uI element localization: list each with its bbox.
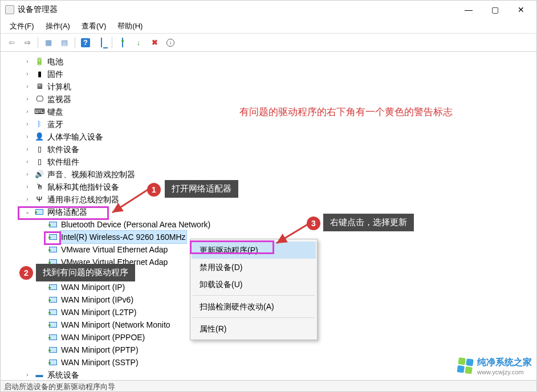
network-adapter-icon [48, 232, 58, 242]
tree-node-sound[interactable]: ›🔊声音、视频和游戏控制器 [1, 168, 536, 181]
update-circle-icon: ↓ [166, 39, 174, 47]
status-bar: 启动所选设备的更新驱动程序向导 [1, 380, 536, 391]
remove-icon: ✖ [152, 38, 158, 47]
software-icon: ▯ [35, 145, 44, 154]
chevron-right-icon: › [23, 195, 31, 203]
properties-button[interactable]: ▤ [57, 35, 72, 50]
tree-node-software-devices[interactable]: ›▯软件设备 [1, 143, 536, 156]
arrow-right-icon: ⇨ [25, 38, 31, 47]
network-icon [35, 207, 44, 217]
chevron-right-icon: › [23, 108, 31, 116]
tree-node-mouse[interactable]: ›🖱鼠标和其他指针设备 [1, 181, 536, 193]
help-icon: ? [81, 38, 90, 47]
monitor-icon: 🖵 [35, 95, 44, 104]
status-text: 启动所选设备的更新驱动程序向导 [4, 382, 115, 391]
network-adapter-icon [48, 320, 58, 329]
tree-node-bluetooth[interactable]: ›ᛒ蓝牙 [1, 118, 536, 130]
tree-node-usb[interactable]: ›Ψ通用串行总线控制器 [1, 193, 536, 206]
title-bar: 设备管理器 — ▢ ✕ [1, 1, 536, 19]
tree-node-hid[interactable]: ›👤人体学输入设备 [1, 130, 536, 143]
tree-node-monitor[interactable]: ›🖵监视器 [1, 93, 536, 105]
ctx-properties[interactable]: 属性(R) [192, 320, 316, 337]
menu-view[interactable]: 查看(V) [76, 19, 112, 33]
nav-forward-button[interactable]: ⇨ [20, 35, 35, 50]
network-adapter-icon [48, 258, 58, 267]
minimize-button[interactable]: — [455, 1, 482, 18]
chevron-right-icon: › [23, 58, 31, 66]
show-tree-button[interactable]: ▦ [41, 35, 56, 50]
tree-node-software-components[interactable]: ›▯软件组件 [1, 156, 536, 168]
chevron-right-icon: › [23, 70, 31, 78]
chevron-right-icon: › [23, 95, 31, 103]
chevron-right-icon: › [23, 371, 31, 379]
usb-icon: Ψ [35, 195, 44, 204]
network-adapter-icon [48, 220, 58, 229]
device-tree[interactable]: ›🔋电池 ›▮固件 ›🖥计算机 ›🖵监视器 ›⌨键盘 ›ᛒ蓝牙 ›👤人体学输入设… [1, 52, 536, 385]
menu-file[interactable]: 文件(F) [4, 19, 40, 33]
chevron-right-icon: › [23, 183, 31, 191]
network-adapter-icon [48, 345, 58, 354]
scan-button[interactable] [94, 35, 109, 50]
chevron-right-icon: › [23, 133, 31, 141]
annotation-arrow-3 [274, 223, 314, 246]
chip-icon: ▮ [35, 70, 44, 79]
remove-button[interactable]: ✖ [147, 35, 162, 50]
context-menu: 更新驱动程序(P) 禁用设备(D) 卸载设备(U) 扫描检测硬件改动(A) 属性… [190, 239, 318, 340]
monitor-icon [122, 38, 123, 47]
network-adapter-icon [48, 308, 58, 317]
close-button[interactable]: ✕ [508, 1, 534, 18]
menu-help[interactable]: 帮助(H) [112, 19, 148, 33]
ctx-uninstall-device[interactable]: 卸载设备(U) [192, 276, 316, 293]
chevron-right-icon: › [23, 170, 31, 178]
chevron-right-icon: › [23, 158, 31, 166]
ctx-scan-hardware[interactable]: 扫描检测硬件改动(A) [192, 298, 316, 315]
tree-node-keyboard[interactable]: ›⌨键盘 [1, 105, 536, 118]
toolbar: ⇦ ⇨ ▦ ▤ ? ↓ ✖ ↓ [1, 34, 536, 52]
tree-node-system-devices[interactable]: ›▬系统设备 [1, 369, 536, 381]
computer-icon: 🖥 [35, 82, 44, 91]
monitor-play-icon [101, 38, 102, 47]
speaker-icon: 🔊 [35, 170, 44, 179]
ctx-separator [193, 295, 315, 296]
tree-icon: ▦ [45, 38, 52, 47]
system-icon: ▬ [35, 370, 44, 379]
component-icon: ▯ [35, 157, 44, 166]
watermark-logo-icon [457, 357, 475, 375]
add-icon: ↓ [137, 38, 141, 47]
network-adapter-icon [48, 333, 58, 342]
add-hw-button[interactable]: ↓ [131, 35, 146, 50]
tree-node-network-adapters[interactable]: ⌄网络适配器 [1, 206, 536, 218]
update-button[interactable]: ↓ [163, 35, 178, 50]
tree-node-bt-pan[interactable]: Bluetooth Device (Personal Area Network) [1, 218, 536, 231]
watermark: 纯净系统之家 www.ycwjzy.com [458, 357, 532, 375]
watermark-url: www.ycwjzy.com [477, 369, 532, 375]
ctx-disable-device[interactable]: 禁用设备(D) [192, 259, 316, 276]
bluetooth-icon: ᛒ [35, 120, 44, 129]
maximize-button[interactable]: ▢ [482, 1, 508, 18]
ctx-separator [193, 317, 315, 318]
tree-node-computer[interactable]: ›🖥计算机 [1, 80, 536, 93]
window-title: 设备管理器 [18, 5, 58, 15]
annotation-arrow-1 [109, 189, 149, 217]
chevron-right-icon: › [23, 120, 31, 128]
app-icon [5, 5, 14, 14]
list-icon: ▤ [61, 38, 68, 47]
tree-node-wan-pptp[interactable]: WAN Miniport (PPTP) [1, 344, 536, 356]
chevron-down-icon: ⌄ [23, 208, 31, 216]
network-adapter-icon [48, 295, 58, 304]
tree-node-battery[interactable]: ›🔋电池 [1, 55, 536, 68]
watermark-brand: 纯净系统之家 [477, 357, 532, 369]
network-adapter-icon [48, 283, 58, 292]
menu-bar: 文件(F) 操作(A) 查看(V) 帮助(H) [1, 19, 536, 34]
nav-back-button[interactable]: ⇦ [4, 35, 19, 50]
chevron-right-icon: › [23, 145, 31, 153]
network-adapter-icon [48, 245, 58, 254]
hid-icon: 👤 [35, 132, 44, 141]
menu-action[interactable]: 操作(A) [40, 19, 76, 33]
help-button[interactable]: ? [78, 35, 93, 50]
monitor-button[interactable] [115, 35, 130, 50]
network-adapter-icon [48, 358, 58, 367]
tree-node-wan-sstp[interactable]: WAN Miniport (SSTP) [1, 356, 536, 369]
keyboard-icon: ⌨ [35, 107, 44, 116]
tree-node-firmware[interactable]: ›▮固件 [1, 68, 536, 80]
